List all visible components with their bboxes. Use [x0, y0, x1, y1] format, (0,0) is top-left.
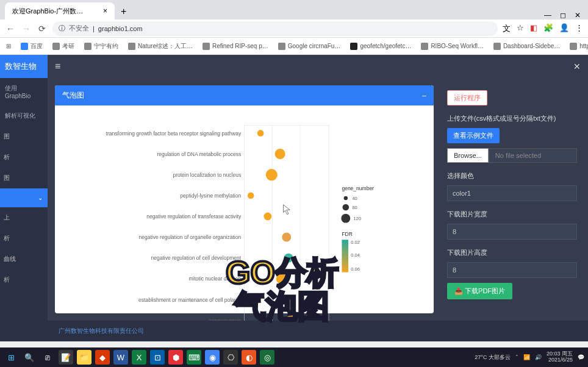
bookmark-item[interactable]: geofetch/geofetc…: [350, 43, 411, 50]
browse-button[interactable]: Browse...: [447, 148, 489, 163]
bubble-point: [253, 296, 261, 304]
app-topbar: ≡ ✕: [48, 55, 588, 78]
bookmark-item[interactable]: https://chipster.cs…: [570, 43, 588, 50]
app-icon[interactable]: ◐: [242, 350, 256, 365]
app-icon[interactable]: ⎔: [223, 350, 238, 365]
bookmark-item[interactable]: Dashboard-Sidebe…: [493, 43, 560, 50]
app-icon[interactable]: W: [113, 350, 128, 365]
svg-text:0.06: 0.06: [351, 266, 360, 272]
forward-icon[interactable]: →: [21, 24, 32, 34]
sidebar-item[interactable]: 析: [0, 228, 48, 249]
notifications-icon[interactable]: 💬: [578, 354, 584, 360]
back-icon[interactable]: ←: [5, 24, 16, 34]
minimize-icon[interactable]: —: [544, 11, 551, 20]
reload-icon[interactable]: ⟳: [37, 24, 48, 34]
panel-close-icon[interactable]: ✕: [573, 62, 581, 71]
app-icon[interactable]: ⬢: [168, 350, 183, 365]
example-file-button[interactable]: 查看示例文件: [447, 128, 500, 143]
download-pdf-button[interactable]: 📥 下载PDF图片: [447, 283, 512, 299]
bubble-point: [257, 130, 264, 137]
extension-icons: 文 ☆ ◧ 🧩 👤 ⋮: [503, 23, 583, 34]
url-text: graphbio1.com: [98, 25, 143, 32]
y-label: mitotic nuclear division: [188, 276, 241, 282]
svg-rect-0: [245, 126, 329, 321]
menu-icon[interactable]: ⋮: [575, 23, 583, 34]
sidebar-item[interactable]: 析: [0, 147, 48, 168]
close-icon[interactable]: ×: [103, 7, 107, 15]
translate-icon[interactable]: 文: [503, 23, 511, 34]
color-select[interactable]: [447, 185, 577, 201]
app-icon[interactable]: ◉: [205, 350, 220, 365]
clock[interactable]: 20:03 周五 2021/6/25: [547, 351, 573, 363]
sound-icon[interactable]: 🔊: [535, 354, 542, 360]
search-icon[interactable]: 🔍: [22, 350, 37, 365]
wifi-icon[interactable]: 📶: [523, 354, 530, 360]
start-icon[interactable]: ⊞: [4, 350, 18, 365]
chart-panel: 气泡图 –: [55, 85, 434, 313]
window-controls: — ◻ ✕: [537, 11, 588, 20]
sidebar-item[interactable]: 图: [0, 168, 48, 188]
app-icon[interactable]: ⌨: [187, 350, 201, 365]
tray-chevron-icon[interactable]: ˄: [515, 354, 518, 360]
maximize-icon[interactable]: ◻: [560, 11, 566, 20]
bubble-point: [282, 233, 291, 242]
sidebar-item[interactable]: 析: [0, 269, 48, 290]
taskview-icon[interactable]: ⎚: [40, 350, 55, 365]
bookmark-item[interactable]: Google circrnaFu…: [278, 43, 341, 50]
browser-tab[interactable]: 欢迎GraphBio-广州数… ×: [5, 2, 115, 20]
app-icon[interactable]: ◎: [260, 350, 274, 365]
footer-text: 广州数智生物科技有限责任公司: [48, 321, 588, 341]
brand-logo[interactable]: 数智生物: [0, 55, 48, 78]
bubble-point: [284, 254, 293, 263]
app-icon[interactable]: X: [132, 350, 146, 365]
apps-icon[interactable]: ⊞: [6, 43, 11, 49]
sidebar-item[interactable]: 曲线: [0, 249, 48, 269]
puzzle-icon[interactable]: 🧩: [543, 23, 553, 34]
info-icon: ⓘ: [59, 24, 65, 33]
app-icon[interactable]: 📁: [77, 350, 91, 365]
sidebar-item[interactable]: 图: [0, 126, 48, 147]
file-status: No file selected: [489, 148, 577, 163]
chevron-down-icon: ⌄: [38, 194, 43, 201]
bookmark-item[interactable]: Refined RIP-seq p…: [203, 43, 268, 50]
main-area: ≡ ✕ 气泡图 –: [48, 55, 588, 341]
weather-widget[interactable]: 27°C 大部多云: [475, 354, 511, 362]
url-input[interactable]: ⓘ 不安全 | graphbio1.com: [52, 21, 498, 36]
profile-icon[interactable]: 👤: [559, 23, 569, 34]
ext-icon[interactable]: ◧: [530, 23, 537, 34]
bookmark-item[interactable]: 宁宁有约: [84, 42, 118, 51]
bookmarks-bar: ⊞ 百度 考研 宁宁有约 Nature综述：人工… Refined RIP-se…: [0, 38, 588, 55]
address-bar: ← → ⟳ ⓘ 不安全 | graphbio1.com 文 ☆ ◧ 🧩 👤 ⋮: [0, 20, 588, 38]
sidebar: 数智生物 使用GraphBio 解析可视化 图 析 图 ⌄ 上 析 曲线 析: [0, 55, 48, 341]
app-icon[interactable]: 📝: [59, 350, 73, 365]
bookmark-item[interactable]: 考研: [52, 42, 74, 51]
close-window-icon[interactable]: ✕: [575, 11, 581, 20]
sidebar-item-active[interactable]: ⌄: [0, 188, 48, 207]
content-row: 气泡图 –: [48, 78, 588, 321]
bubble-point: [276, 274, 287, 284]
width-label: 下载图片宽度: [447, 210, 577, 219]
sidebar-item[interactable]: 解析可视化: [0, 105, 48, 126]
y-label: peptidyl-lysine methylation: [180, 193, 241, 199]
bubble-point: [286, 315, 296, 321]
new-tab-button[interactable]: +: [115, 4, 132, 20]
app-icon[interactable]: ◆: [95, 350, 110, 365]
bookmark-item[interactable]: Nature综述：人工…: [128, 42, 193, 51]
collapse-icon[interactable]: –: [422, 91, 426, 100]
width-input[interactable]: [447, 224, 577, 240]
run-button[interactable]: 运行程序: [447, 90, 487, 105]
sidebar-item[interactable]: 使用GraphBio: [0, 78, 48, 105]
svg-text:120: 120: [354, 216, 361, 221]
hamburger-icon[interactable]: ≡: [55, 61, 60, 72]
svg-point-7: [341, 214, 350, 223]
y-label: negative regulation of organelle organiz…: [139, 234, 242, 240]
cursor-icon: [283, 205, 290, 215]
app-icon[interactable]: ⊡: [150, 350, 165, 365]
chart-body: transforming growth factor beta receptor…: [55, 105, 434, 321]
sidebar-item[interactable]: 上: [0, 207, 48, 228]
bookmark-item[interactable]: 百度: [21, 42, 43, 51]
bookmark-item[interactable]: RIBO-Seq Workfl…: [421, 43, 484, 50]
height-input[interactable]: [447, 262, 577, 278]
y-label: negative regulation of cell development: [151, 255, 241, 261]
star-icon[interactable]: ☆: [517, 23, 524, 34]
